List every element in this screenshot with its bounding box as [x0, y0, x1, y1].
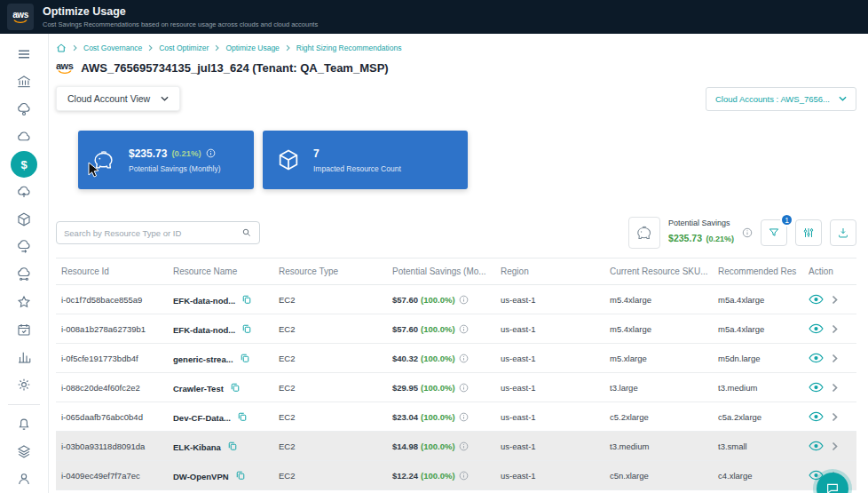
- cloud-migration-upload-icon[interactable]: [11, 179, 37, 205]
- table-row[interactable]: i-088c20de4f60fc2e2Crawler-TestEC2$29.95…: [56, 373, 856, 402]
- filter-button[interactable]: 1: [761, 219, 787, 246]
- column-settings-button[interactable]: [795, 219, 822, 246]
- view-dropdown-label: Cloud Account View: [67, 93, 150, 104]
- cloud-sync-icon[interactable]: [11, 234, 37, 260]
- environments-layers-icon[interactable]: [11, 438, 37, 465]
- row-actions[interactable]: [805, 344, 856, 373]
- table-row[interactable]: i-0409ec49ef7f7a7ecDW-OpenVPNEC2$12.24(1…: [56, 461, 856, 490]
- account-user-icon[interactable]: [11, 465, 37, 492]
- row-expand-chevron-icon[interactable]: [832, 383, 838, 393]
- row-expand-chevron-icon[interactable]: [832, 441, 838, 451]
- view-icon[interactable]: [809, 441, 824, 451]
- table-row[interactable]: i-065daafb76abc0b4dDev-CF-Data...EC2$23.…: [56, 402, 856, 432]
- resource-type: EC2: [275, 432, 389, 461]
- search-input[interactable]: [64, 228, 241, 238]
- settings-gear-icon[interactable]: [11, 371, 37, 398]
- info-icon[interactable]: [459, 295, 469, 305]
- inventory-cube-icon[interactable]: [11, 206, 37, 233]
- resource-id: i-0409ec49ef7f7a7ec: [56, 461, 170, 490]
- notifications-bell-icon[interactable]: [11, 410, 37, 437]
- cloud-account-view-dropdown[interactable]: Cloud Account View: [56, 86, 180, 111]
- info-icon[interactable]: [459, 383, 469, 393]
- table-row[interactable]: i-0c1f7d58bace855a9EFK-data-nod...EC2$57…: [56, 285, 856, 314]
- row-expand-chevron-icon[interactable]: [832, 324, 838, 334]
- search-icon[interactable]: [241, 227, 252, 238]
- row-expand-chevron-icon[interactable]: [832, 412, 838, 422]
- dollar-glyph: $: [20, 158, 27, 171]
- cloud-share-icon[interactable]: [11, 261, 37, 288]
- scheduler-calendar-icon[interactable]: [11, 316, 37, 343]
- copy-icon[interactable]: [235, 470, 246, 481]
- row-actions[interactable]: [805, 402, 856, 432]
- cost-optimizer-dollar-icon[interactable]: $: [11, 151, 37, 178]
- col-resource-type[interactable]: Resource Type: [275, 258, 389, 285]
- table-row[interactable]: i-0f5cfe191773bdb4fgeneric-strea...EC2$4…: [56, 344, 856, 373]
- info-icon[interactable]: [206, 148, 216, 158]
- view-icon[interactable]: [809, 353, 824, 363]
- col-action: Action: [805, 258, 856, 285]
- resource-type: EC2: [275, 314, 389, 344]
- col-recommended-sku[interactable]: Recommended Res: [714, 258, 805, 285]
- breadcrumb-cost-optimizer[interactable]: Cost Optimizer: [159, 44, 209, 52]
- breadcrumb-right-sizing[interactable]: Right Sizing Recommendations: [296, 44, 402, 52]
- col-current-sku[interactable]: Current Resource SKU...: [606, 258, 714, 285]
- region: us-east-1: [497, 432, 606, 461]
- chevron-down-icon: [161, 96, 169, 101]
- analytics-chart-icon[interactable]: [11, 344, 37, 370]
- row-actions[interactable]: [805, 373, 856, 402]
- info-icon[interactable]: [459, 471, 469, 481]
- home-icon[interactable]: [56, 43, 67, 53]
- row-actions[interactable]: [805, 314, 856, 344]
- copy-icon[interactable]: [237, 411, 248, 422]
- download-button[interactable]: [830, 219, 856, 246]
- cloud-assessment-icon[interactable]: [11, 96, 37, 123]
- cloud-accounts-dropdown[interactable]: Cloud Accounts : AWS_7656...: [706, 87, 856, 111]
- info-icon[interactable]: [459, 441, 469, 451]
- view-icon[interactable]: [809, 294, 824, 305]
- chevron-right-icon: [215, 44, 219, 52]
- row-actions[interactable]: [805, 432, 856, 461]
- copy-icon[interactable]: [240, 353, 250, 363]
- potential-savings: $40.32(100.0%): [389, 344, 497, 373]
- favorites-star-icon[interactable]: [11, 289, 37, 315]
- resource-name: EFK-data-nod...: [170, 314, 275, 344]
- potential-savings: $29.95(100.0%): [389, 373, 497, 402]
- cloud-reports-icon[interactable]: [11, 123, 37, 150]
- table-row[interactable]: i-008a1b278a62739b1EFK-data-nod...EC2$57…: [56, 314, 856, 344]
- row-expand-chevron-icon[interactable]: [832, 295, 838, 305]
- resource-type: EC2: [275, 285, 389, 314]
- recommendations-table: Resource Id Resource Name Resource Type …: [56, 258, 856, 490]
- view-icon[interactable]: [809, 382, 824, 393]
- region: us-east-1: [497, 373, 606, 402]
- breadcrumb-cost-governance[interactable]: Cost Governance: [83, 44, 142, 52]
- aws-smile-icon: [13, 20, 28, 24]
- savings-card-label: Potential Savings (Monthly): [129, 164, 220, 173]
- table-row[interactable]: i-03b0a93118d8091daELK-KibanaEC2$14.98(1…: [56, 432, 856, 461]
- accounts-dropdown-label: Cloud Accounts : AWS_7656...: [715, 94, 830, 104]
- col-region[interactable]: Region: [497, 258, 606, 285]
- potential-savings: $12.24(100.0%): [389, 461, 497, 490]
- info-icon[interactable]: [459, 354, 469, 363]
- chevron-right-icon: [148, 44, 153, 52]
- aws-smile-icon: [57, 70, 73, 75]
- info-icon[interactable]: [742, 227, 753, 238]
- info-icon[interactable]: [459, 412, 469, 422]
- copy-icon[interactable]: [241, 294, 252, 305]
- menu-icon[interactable]: [11, 41, 37, 68]
- row-expand-chevron-icon[interactable]: [832, 354, 838, 363]
- copy-icon[interactable]: [241, 323, 252, 334]
- breadcrumb-optimize-usage[interactable]: Optimize Usage: [225, 44, 279, 52]
- chevron-down-icon: [839, 96, 847, 101]
- col-potential-savings[interactable]: Potential Savings (Mo...: [389, 258, 497, 285]
- view-icon[interactable]: [809, 411, 824, 422]
- current-sku: m5.4xlarge: [606, 285, 714, 314]
- copy-icon[interactable]: [227, 441, 238, 451]
- row-actions[interactable]: [805, 285, 856, 314]
- potential-savings: $14.98(100.0%): [389, 432, 497, 461]
- col-resource-name[interactable]: Resource Name: [170, 258, 275, 285]
- cost-governance-bank-icon[interactable]: [11, 68, 37, 95]
- view-icon[interactable]: [809, 323, 824, 334]
- info-icon[interactable]: [459, 324, 469, 334]
- col-resource-id[interactable]: Resource Id: [56, 258, 170, 285]
- copy-icon[interactable]: [230, 382, 241, 393]
